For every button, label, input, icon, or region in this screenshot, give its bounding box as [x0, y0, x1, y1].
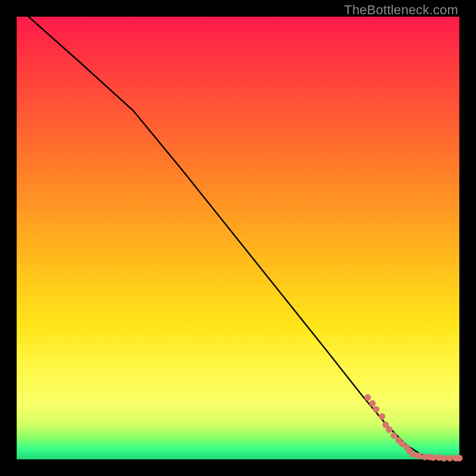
- chart-frame: TheBottleneck.com: [0, 0, 476, 476]
- data-point: [391, 433, 397, 439]
- data-point: [456, 455, 463, 462]
- data-point: [386, 427, 393, 433]
- bottleneck-curve: [29, 17, 459, 458]
- data-point: [369, 400, 376, 407]
- data-point: [430, 455, 437, 461]
- data-points: [365, 394, 463, 462]
- data-point: [373, 406, 380, 413]
- data-point: [416, 453, 422, 459]
- watermark-text: TheBottleneck.com: [344, 2, 458, 18]
- data-point: [410, 452, 416, 458]
- chart-overlay: [17, 17, 459, 459]
- data-point: [365, 394, 371, 401]
- data-point: [379, 414, 386, 420]
- data-point: [441, 455, 447, 462]
- data-point: [447, 455, 453, 462]
